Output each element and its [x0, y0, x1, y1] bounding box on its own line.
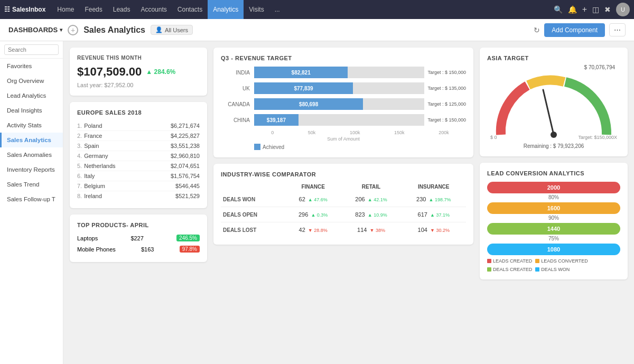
gauge-svg: [490, 71, 617, 140]
svg-line-0: [543, 90, 554, 135]
comparator-title: INDUSTRY-WISE COMPARATOR: [221, 171, 466, 178]
industry-comparator-card: INDUSTRY-WISE COMPARATOR FINANCE RETAIL …: [213, 164, 473, 245]
middle-column: Q3 - REVENUE TARGET INDIA $82,821 Target…: [213, 48, 473, 279]
europe-row-germany: 4.Germany $2,960,810: [77, 151, 200, 161]
legend-item-deals-won: DEALS WON: [535, 267, 570, 272]
europe-row-netherlands: 5.Netherlands $2,074,651: [77, 161, 200, 171]
nav-item-home[interactable]: Home: [52, 0, 79, 19]
bar-row-china: CHINA $39,187 Target : $ 150,000: [221, 114, 466, 126]
sidebar-search-input[interactable]: [4, 44, 59, 55]
mobile-badge: 97.8%: [180, 246, 200, 253]
add-component-button[interactable]: Add Component: [544, 23, 605, 37]
toolbar-right: ↻ Add Component ⋯: [534, 23, 626, 37]
revenue-change-badge: ▲ 284.6%: [146, 68, 175, 76]
sidebar: Favorites Org Overview Lead Analytics De…: [0, 41, 63, 364]
nav-item-visits[interactable]: Visits: [244, 0, 269, 19]
bar-row-canada: CANADA $80,698 Target : $ 125,000: [221, 98, 466, 110]
revenue-card: REVENUE THIS MONTH $107,509.00 ▲ 284.6% …: [70, 48, 207, 96]
laptops-badge: 246.5%: [176, 235, 200, 241]
revenue-amount: $107,509.00: [77, 65, 142, 79]
sidebar-item-activity-stats[interactable]: Activity Stats: [0, 118, 63, 133]
europe-sales-card: EUROPE SALES 2018 1.Poland $6,271,674 2.…: [70, 102, 207, 208]
table-row-deals-lost: DEALS LOST 42 ▼ 28.8% 114 ▼ 38% 104: [221, 222, 466, 238]
up-triangle-icon: ▲: [146, 68, 152, 76]
chart-legend: Achieved: [221, 144, 466, 150]
top-products-title: TOP PRODUCTS- APRIL: [77, 222, 200, 228]
nav-item-analytics[interactable]: Analytics: [208, 0, 244, 19]
gauge-container: $ 0 Target: $150,000X Remaining : $ 79,9…: [487, 71, 620, 149]
bar-row-uk: UK $77,839 Target : $ 135,000: [221, 82, 466, 94]
sidebar-item-favorites[interactable]: Favorites: [0, 59, 63, 73]
europe-row-ireland: 8.Ireland $521,529: [77, 191, 200, 201]
sidebar-item-sales-trend[interactable]: Sales Trend: [0, 177, 63, 192]
nav-right: 🔍 🔔 + ◫ ✖ U: [554, 3, 630, 16]
europe-row-belgium: 7.Belgium $546,445: [77, 181, 200, 191]
sidebar-item-inventory-reports[interactable]: Inventory Reports: [0, 162, 63, 177]
lead-bar-1600: 1600: [487, 202, 620, 214]
q3-revenue-card: Q3 - REVENUE TARGET INDIA $82,821 Target…: [213, 48, 473, 157]
table-row-deals-open: DEALS OPEN 296 ▲ 0.3% 823 ▲ 10.9% 617: [221, 207, 466, 222]
table-row-deals-won: DEALS WON 62 ▲ 47.6% 206 ▲ 42.1% 230: [221, 192, 466, 207]
nav-item-leads[interactable]: Leads: [108, 0, 136, 19]
refresh-icon[interactable]: ↻: [534, 26, 540, 34]
sidebar-item-sales-followup[interactable]: Sales Follow-up T: [0, 192, 63, 207]
sidebar-item-deal-insights[interactable]: Deal Insights: [0, 103, 63, 118]
plus-icon[interactable]: +: [582, 5, 587, 14]
dashboards-button[interactable]: DASHBOARDS ▾: [8, 26, 62, 34]
nav-brand[interactable]: ☷ SalesInbox: [4, 6, 45, 13]
nav-item-contacts[interactable]: Contacts: [172, 0, 208, 19]
users-icon: 👤: [155, 26, 163, 33]
legend-item-deals-created: DEALS CREATED: [487, 267, 532, 272]
europe-row-spain: 3.Spain $3,551,238: [77, 141, 200, 151]
chart-sum-label: Sum of Amount: [221, 136, 466, 142]
content-area: REVENUE THIS MONTH $107,509.00 ▲ 284.6% …: [63, 41, 634, 364]
sidebar-item-lead-analytics[interactable]: Lead Analytics: [0, 88, 63, 103]
brand-icon: ☷: [4, 6, 10, 13]
revenue-last-year: Last year: $27,952.00: [77, 82, 200, 88]
q3-title: Q3 - REVENUE TARGET: [221, 55, 466, 61]
lead-conversion-card: LEAD CONVERSION ANALYTICS 2000 80% 1600 …: [480, 163, 628, 279]
bar-row-india: INDIA $82,821 Target : $ 150,000: [221, 67, 466, 78]
main-layout: Favorites Org Overview Lead Analytics De…: [0, 41, 634, 364]
revenue-amount-row: $107,509.00 ▲ 284.6%: [77, 65, 200, 79]
nav-item-more[interactable]: ...: [269, 0, 285, 19]
toolbar: DASHBOARDS ▾ + Sales Analytics 👤 All Use…: [0, 19, 634, 41]
product-row-laptops: Laptops $227 246.5%: [77, 232, 200, 244]
lead-pct-75: 75%: [487, 236, 620, 241]
chart-axis: 050k100k150k200k: [221, 130, 466, 135]
all-users-badge[interactable]: 👤 All Users: [151, 25, 193, 35]
nav-item-accounts[interactable]: Accounts: [135, 0, 172, 19]
lead-bar-1080: 1080: [487, 244, 620, 255]
gauge-top-value: $ 70,076,794: [487, 64, 615, 70]
revenue-title: REVENUE THIS MONTH: [77, 55, 200, 61]
sidebar-item-sales-anomalies[interactable]: Sales Anomalies: [0, 147, 63, 162]
chevron-down-icon: ▾: [60, 27, 62, 33]
left-column: REVENUE THIS MONTH $107,509.00 ▲ 284.6% …: [70, 48, 207, 279]
page-title: Sales Analytics: [83, 25, 145, 35]
europe-row-italy: 6.Italy $1,576,754: [77, 171, 200, 181]
search-icon[interactable]: 🔍: [554, 5, 563, 14]
more-options-button[interactable]: ⋯: [609, 23, 626, 36]
top-products-card: TOP PRODUCTS- APRIL Laptops $227 246.5% …: [70, 214, 207, 262]
bell-icon[interactable]: 🔔: [568, 5, 577, 14]
lead-bar-1440: 1440: [487, 223, 620, 235]
europe-sales-title: EUROPE SALES 2018: [77, 109, 200, 116]
close-icon[interactable]: ✖: [604, 5, 611, 14]
add-dashboard-button[interactable]: +: [68, 25, 78, 35]
sidebar-item-org-overview[interactable]: Org Overview: [0, 73, 63, 88]
lead-legend: LEADS CREATED LEADS CONVERTED DEALS CREA…: [487, 258, 620, 272]
europe-row-france: 2.France $4,225,827: [77, 131, 200, 141]
sidebar-item-sales-analytics[interactable]: Sales Analytics: [0, 133, 63, 147]
lead-pct-90: 90%: [487, 215, 620, 221]
legend-item-leads-converted: LEADS CONVERTED: [535, 258, 588, 264]
legend-box-achieved: [254, 144, 260, 150]
asia-target-card: ASIA TARGET $ 70,076,794: [480, 48, 628, 156]
grid-icon[interactable]: ◫: [592, 5, 599, 14]
nav-item-feeds[interactable]: Feeds: [79, 0, 107, 19]
europe-row-poland: 1.Poland $6,271,674: [77, 121, 200, 131]
right-column: ASIA TARGET $ 70,076,794: [480, 48, 628, 279]
avatar[interactable]: U: [616, 3, 630, 16]
top-nav: ☷ SalesInbox Home Feeds Leads Accounts C…: [0, 0, 634, 19]
lead-conversion-title: LEAD CONVERSION ANALYTICS: [487, 170, 620, 176]
legend-item-leads-created: LEADS CREATED: [487, 258, 532, 264]
